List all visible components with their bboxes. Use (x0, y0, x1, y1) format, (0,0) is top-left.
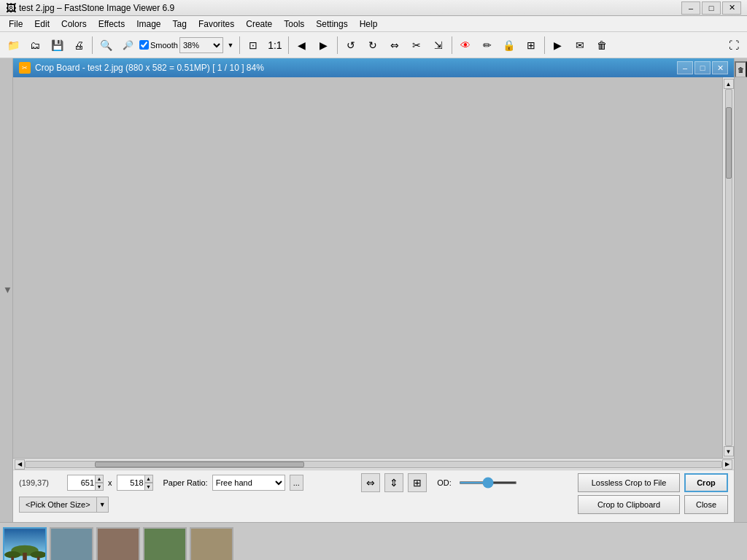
menu-favorites[interactable]: Favorites (193, 18, 240, 31)
sep1 (92, 36, 93, 54)
tb-zoom-in[interactable]: 🔍 (96, 35, 116, 55)
title-bar: 🖼 test 2.jpg – FastStone Image Viewer 6.… (0, 0, 747, 16)
tb-crop[interactable]: ✂ (406, 35, 427, 55)
paper-ratio-label: Paper Ratio: (163, 478, 208, 487)
controls-row1: (199,37) ▲ ▼ x ▲ ▼ (19, 473, 728, 492)
crop-maximize[interactable]: □ (694, 61, 711, 74)
thumbnail-2[interactable] (50, 527, 93, 561)
tb-delete[interactable]: 🗑 (592, 35, 612, 55)
width-down[interactable]: ▼ (95, 483, 104, 491)
thumbnail-1[interactable] (3, 527, 47, 561)
tb-prev[interactable]: ◀ (292, 35, 312, 55)
width-spinners: ▲ ▼ (95, 475, 104, 491)
pick-size-control: <Pick Other Size> ▼ (19, 497, 109, 513)
left-panel: ◀ (0, 58, 13, 522)
crop-window: ✂ Crop Board - test 2.jpg (880 x 582 = 0… (13, 58, 734, 522)
menu-tools[interactable]: Tools (278, 18, 310, 31)
tb-actual[interactable]: 1:1 (265, 35, 285, 55)
flip-h-button[interactable]: ⇔ (361, 473, 380, 492)
crop-close[interactable]: ✕ (712, 61, 728, 74)
tb-flip-h[interactable]: ⇔ (384, 35, 405, 55)
tb-zoom-out[interactable]: 🔎 (117, 35, 138, 55)
more-options-button[interactable]: ... (290, 475, 303, 491)
scroll-up[interactable]: ▲ (724, 79, 734, 89)
pick-size-dropdown-btn[interactable]: ▼ (97, 497, 109, 513)
height-up[interactable]: ▲ (144, 475, 153, 483)
menu-effects[interactable]: Effects (93, 18, 131, 31)
menu-edit[interactable]: Edit (28, 18, 55, 31)
tb-slideshow[interactable]: ▶ (548, 35, 568, 55)
zoom-select[interactable]: 38% 50% 75% 100% (179, 37, 223, 53)
tb-print[interactable]: 🖨 (69, 35, 89, 55)
close-crop-button[interactable]: Close (684, 495, 728, 514)
close-button[interactable]: ✕ (722, 1, 741, 15)
sep6 (544, 36, 545, 54)
minimize-button[interactable]: – (681, 1, 700, 15)
h-scroll-thumb[interactable] (95, 462, 303, 467)
crop-clipboard-button[interactable]: Crop to Clipboard (578, 495, 680, 514)
menu-create[interactable]: Create (240, 18, 278, 31)
menu-file[interactable]: File (3, 18, 28, 31)
height-down[interactable]: ▼ (144, 483, 153, 491)
tb-watermark[interactable]: 🔒 (499, 35, 519, 55)
thumbnail-3[interactable] (96, 527, 140, 561)
od-label: OD: (437, 478, 452, 487)
main-area: ◀ ✂ Crop Board - test 2.jpg (880 x 582 =… (0, 58, 747, 522)
tb-resize[interactable]: ⇲ (428, 35, 449, 55)
left-strip-text: ◀ (2, 287, 10, 293)
thumbnail-4[interactable] (143, 527, 187, 561)
tb-open[interactable]: 📁 (3, 35, 23, 55)
svg-rect-51 (23, 552, 27, 560)
menu-colors[interactable]: Colors (55, 18, 93, 31)
paper-ratio-select[interactable]: Free hand 1:1 4:3 16:9 3:2 (212, 475, 285, 491)
tb-compare[interactable]: ⊞ (521, 35, 541, 55)
right-panel: 🗑 (734, 58, 747, 522)
grid-button[interactable]: ⊞ (408, 473, 427, 492)
scroll-left[interactable]: ◀ (15, 459, 25, 470)
tb-fit[interactable]: ⊡ (243, 35, 263, 55)
scroll-right[interactable]: ▶ (722, 459, 732, 470)
v-scroll-thumb[interactable] (726, 107, 732, 179)
horizontal-scrollbar[interactable]: ◀ ▶ (13, 458, 734, 470)
thumbnail-5[interactable] (190, 527, 233, 561)
tb-email[interactable]: ✉ (570, 35, 590, 55)
scroll-down[interactable]: ▼ (724, 446, 734, 456)
crop-button[interactable]: Crop (684, 473, 728, 492)
right-panel-btn[interactable]: 🗑 (735, 61, 747, 77)
vertical-scrollbar[interactable]: ▲ ▼ (722, 77, 734, 458)
width-up[interactable]: ▲ (95, 475, 104, 483)
crop-board-title: Crop Board - test 2.jpg (880 x 582 = 0.5… (35, 63, 677, 73)
sep5 (452, 36, 452, 54)
tb-rotate-l[interactable]: ↺ (341, 35, 361, 55)
flip-v-button[interactable]: ⇕ (384, 473, 403, 492)
menu-tag[interactable]: Tag (167, 18, 193, 31)
menu-settings[interactable]: Settings (310, 18, 353, 31)
height-input-wrapper: ▲ ▼ (117, 475, 153, 491)
tb-zoom-dropdown[interactable]: ▼ (225, 35, 236, 55)
od-slider[interactable] (459, 481, 517, 484)
app-icon: 🖼 (6, 2, 16, 14)
lossless-crop-button[interactable]: Lossless Crop to File (578, 473, 680, 492)
tb-save[interactable]: 💾 (47, 35, 67, 55)
x-separator: x (108, 478, 112, 487)
sep2 (239, 36, 240, 54)
tb-browse[interactable]: 🗂 (25, 35, 45, 55)
crop-controls: (199,37) ▲ ▼ x ▲ ▼ (13, 470, 734, 522)
svg-rect-53 (11, 556, 14, 560)
tb-fullscreen[interactable]: ⛶ (724, 35, 744, 55)
crop-minimize[interactable]: – (677, 61, 693, 74)
smooth-checkbox[interactable] (139, 40, 149, 50)
menu-help[interactable]: Help (354, 18, 384, 31)
tb-rotate-r[interactable]: ↻ (363, 35, 383, 55)
pick-size-button[interactable]: <Pick Other Size> (19, 497, 97, 513)
thumbnail-strip (0, 522, 747, 560)
toolbar: 📁 🗂 💾 🖨 🔍 🔎 Smooth 38% 50% 75% 100% ▼ ⊡ … (0, 32, 747, 58)
h-scroll-track[interactable] (25, 461, 722, 468)
tb-draw[interactable]: ✏ (477, 35, 498, 55)
maximize-button[interactable]: □ (702, 1, 721, 15)
menu-image[interactable]: Image (131, 18, 166, 31)
tb-next[interactable]: ▶ (314, 35, 334, 55)
v-scroll-track[interactable] (725, 89, 732, 446)
crop-board-icon: ✂ (19, 62, 31, 74)
tb-red-eye[interactable]: 👁 (455, 35, 476, 55)
